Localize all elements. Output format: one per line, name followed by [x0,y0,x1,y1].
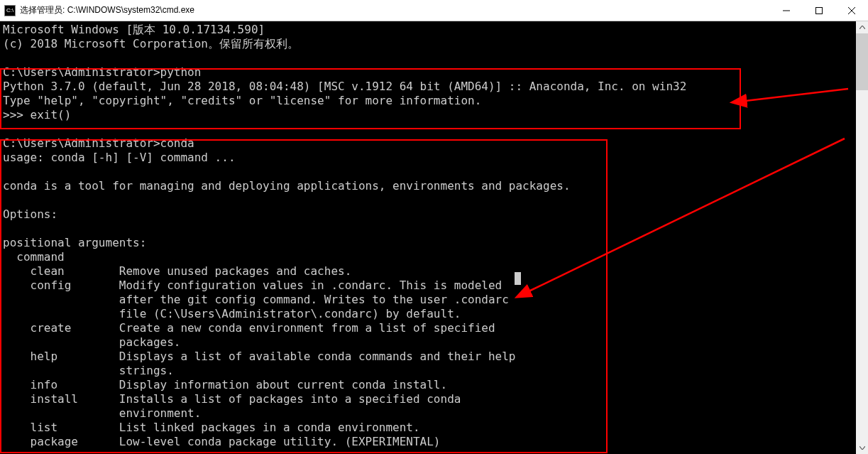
positional-args-header: positional arguments: [3,236,146,249]
python-help-line: Type "help", "copyright", "credits" or "… [3,94,481,107]
options-header: Options: [3,207,57,221]
copyright-line: (c) 2018 Microsoft Corporation。保留所有权利。 [3,37,299,50]
terminal-output[interactable]: Microsoft Windows [版本 10.0.17134.590] (c… [0,21,868,454]
cmd-install: install Installs a list of packages into… [3,392,461,406]
command-line: command [3,250,65,264]
title-bar: C:\ 选择管理员: C:\WINDOWS\system32\cmd.exe [0,0,868,21]
text-cursor [515,272,521,285]
maximize-button[interactable] [803,0,835,21]
window-controls [770,0,868,21]
close-button[interactable] [835,0,868,21]
minimize-button[interactable] [770,0,803,21]
scroll-track[interactable] [856,33,868,442]
cmd-clean: clean Remove unused packages and caches. [3,264,351,278]
cmd-create: create Create a new conda environment fr… [3,321,495,335]
cmd-icon: C:\ [4,5,16,16]
scroll-up-arrow-icon[interactable] [856,21,868,33]
vertical-scrollbar[interactable] [856,21,868,454]
prompt-conda: C:\Users\Administrator>conda [3,136,194,150]
prompt-python: C:\Users\Administrator>python [3,65,201,79]
cmd-package: package Low-level conda package utility.… [3,435,441,448]
cmd-config: config Modify configuration values in .c… [3,279,502,292]
scroll-down-arrow-icon[interactable] [856,442,868,454]
conda-usage-line: usage: conda [-h] [-V] command ... [3,151,236,164]
scroll-thumb[interactable] [856,33,868,90]
cmd-info: info Display information about current c… [3,378,447,391]
svg-rect-1 [816,8,823,14]
os-version-line: Microsoft Windows [版本 10.0.17134.590] [3,23,265,36]
window-title: 选择管理员: C:\WINDOWS\system32\cmd.exe [20,4,194,16]
python-exit-line: >>> exit() [3,108,71,121]
cmd-help: help Displays a list of available conda … [3,350,515,363]
conda-desc-line: conda is a tool for managing and deployi… [3,179,571,193]
python-version-line: Python 3.7.0 (default, Jun 28 2018, 08:0… [3,80,686,93]
cmd-list: list List linked packages in a conda env… [3,421,420,434]
